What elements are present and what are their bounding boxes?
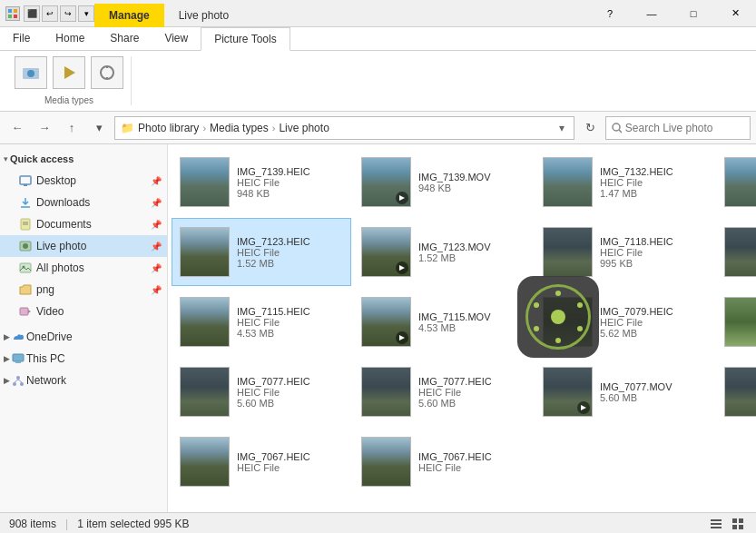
sidebar-section-network[interactable]: ▶ Network	[0, 370, 167, 391]
sidebar-section-quick-access[interactable]: ▾ Quick access	[0, 148, 167, 170]
path-part-1[interactable]: Photo library	[138, 122, 199, 134]
sidebar-item-documents[interactable]: Documents 📌	[0, 213, 167, 235]
video-overlay-icon	[577, 401, 590, 414]
sidebar-item-label-desktop: Desktop	[36, 174, 147, 187]
address-path[interactable]: 📁 Photo library › Media types › Live pho…	[114, 116, 574, 140]
path-part-2[interactable]: Media types	[210, 122, 269, 134]
svg-marker-23	[28, 310, 31, 313]
file-thumbnail	[180, 367, 230, 417]
qs-btn-3[interactable]: ↪	[60, 5, 76, 22]
file-size: 5.60 MB	[237, 398, 343, 409]
file-thumbnail	[180, 157, 230, 207]
this-pc-label: This PC	[26, 352, 65, 365]
file-item[interactable]: IMG_7077.HEIC HEIC File 5.60 MB	[172, 358, 351, 426]
file-item[interactable]: IMG_7067.HEIC HEIC File	[353, 428, 533, 496]
file-area[interactable]: IMG_7139.HEIC HEIC File 948 KB IMG_7139.…	[168, 144, 756, 512]
file-thumbnail	[724, 367, 756, 417]
file-item[interactable]: IMG_7067.HEIC HEIC File	[172, 428, 351, 496]
svg-rect-24	[13, 354, 24, 361]
file-item[interactable]: IMG_7079.HEIC HEIC File 5.62 MB	[535, 288, 714, 356]
minimize-button[interactable]: —	[631, 0, 673, 27]
chevron-down-icon: ▾	[4, 154, 8, 163]
file-thumbnail	[543, 157, 593, 207]
search-input[interactable]	[625, 122, 744, 134]
path-part-3[interactable]: Live photo	[279, 122, 329, 134]
svg-marker-6	[64, 66, 75, 79]
video-icon	[18, 304, 33, 319]
file-item[interactable]: IMG_7132.MOV 1.47 MB	[716, 148, 756, 216]
tab-manage[interactable]: Manage	[94, 4, 164, 27]
svg-rect-20	[20, 263, 31, 272]
up-button[interactable]: ↑	[60, 116, 83, 140]
search-box[interactable]	[605, 116, 751, 140]
ribbon-section-label: Media types	[44, 95, 93, 105]
recent-button[interactable]: ▾	[87, 116, 111, 140]
search-icon	[612, 123, 622, 133]
tab-picture-tools[interactable]: Picture Tools	[201, 27, 290, 51]
sidebar-section-this-pc[interactable]: ▶ This PC	[0, 348, 167, 370]
file-info: IMG_7118.HEIC HEIC File 995 KB	[600, 236, 706, 269]
file-item[interactable]: IMG_7115.MOV 4.53 MB	[353, 288, 533, 356]
close-button[interactable]: ✕	[714, 0, 756, 27]
help-button[interactable]: ?	[589, 0, 631, 27]
file-thumbnail	[361, 157, 411, 207]
file-item[interactable]: IMG_7139.MOV 948 KB	[353, 148, 533, 216]
file-item[interactable]: IMG_7123.MOV 1.52 MB	[353, 218, 533, 286]
tab-live-photo[interactable]: Live photo	[164, 4, 243, 27]
file-thumbnail	[180, 437, 230, 487]
file-item[interactable]: IMG_7077.MOV 5.60 MB	[716, 358, 756, 426]
desktop-icon	[18, 173, 33, 188]
file-name: IMG_7118.HEIC	[600, 236, 706, 247]
item-count: 908 items	[9, 518, 56, 530]
file-item[interactable]: IMG_7139.HEIC HEIC File 948 KB	[172, 148, 351, 216]
large-icons-view-btn[interactable]	[729, 515, 747, 533]
file-item[interactable]: IMG_7132.HEIC HEIC File 1.47 MB	[535, 148, 714, 216]
file-size: 1.47 MB	[600, 188, 706, 199]
svg-rect-48	[732, 518, 737, 523]
ribbon-btn-3[interactable]	[91, 56, 123, 89]
sidebar-item-downloads[interactable]: Downloads 📌	[0, 192, 167, 213]
file-item[interactable]: IMG_7115.HEIC HEIC File 4.53 MB	[172, 288, 351, 356]
file-item[interactable]: IMG_7079.MOV 5.62 MB	[716, 288, 756, 356]
sidebar-item-desktop[interactable]: Desktop 📌	[0, 170, 167, 192]
address-bar: ← → ↑ ▾ 📁 Photo library › Media types › …	[0, 112, 756, 144]
file-thumbnail	[180, 227, 230, 277]
refresh-button[interactable]: ↻	[578, 116, 602, 140]
svg-rect-25	[15, 361, 21, 363]
tab-file[interactable]: File	[0, 26, 43, 50]
file-name: IMG_7115.MOV	[418, 311, 525, 322]
maximize-button[interactable]: □	[673, 0, 714, 27]
tab-home[interactable]: Home	[43, 26, 97, 50]
file-thumbnail	[361, 367, 411, 417]
tab-share[interactable]: Share	[97, 26, 152, 50]
window-controls: ? — □ ✕	[589, 0, 756, 27]
ribbon-btn-2[interactable]	[53, 56, 85, 89]
pin-icon-5: 📌	[151, 263, 162, 273]
file-info: IMG_7077.MOV 5.60 MB	[600, 381, 706, 403]
ribbon-btn-1[interactable]	[15, 56, 47, 89]
svg-marker-37	[399, 195, 405, 201]
sidebar-section-onedrive[interactable]: ▶ OneDrive	[0, 326, 167, 348]
file-name: IMG_7115.HEIC	[237, 306, 343, 317]
file-item[interactable]: IMG_7077.MOV 5.60 MB	[535, 358, 714, 426]
forward-button[interactable]: →	[33, 116, 56, 140]
details-view-btn[interactable]	[707, 515, 725, 533]
file-item[interactable]: IMG_7123.HEIC HEIC File 1.52 MB	[172, 218, 351, 286]
sidebar-item-live-photo[interactable]: Live photo 📌	[0, 235, 167, 257]
back-button[interactable]: ←	[5, 116, 29, 140]
sidebar-item-png[interactable]: png 📌	[0, 279, 167, 301]
file-item[interactable]: IMG_7118.MOV 995 KB	[716, 218, 756, 286]
svg-point-26	[16, 376, 20, 380]
qs-btn-1[interactable]: ⬛	[24, 5, 40, 22]
path-dropdown[interactable]: ▾	[555, 122, 568, 134]
file-size: 5.62 MB	[600, 328, 706, 339]
file-item[interactable]: IMG_7118.HEIC HEIC File 995 KB	[535, 218, 714, 286]
file-name: IMG_7139.HEIC	[237, 166, 343, 177]
tab-view[interactable]: View	[152, 26, 201, 50]
qs-chevron[interactable]: ▾	[78, 5, 94, 22]
sidebar-item-video[interactable]: Video	[0, 301, 167, 322]
svg-marker-39	[399, 265, 405, 271]
qs-btn-2[interactable]: ↩	[42, 5, 58, 22]
file-item[interactable]: IMG_7077.HEIC HEIC File 5.60 MB	[353, 358, 533, 426]
sidebar-item-all-photos[interactable]: All photos 📌	[0, 257, 167, 279]
